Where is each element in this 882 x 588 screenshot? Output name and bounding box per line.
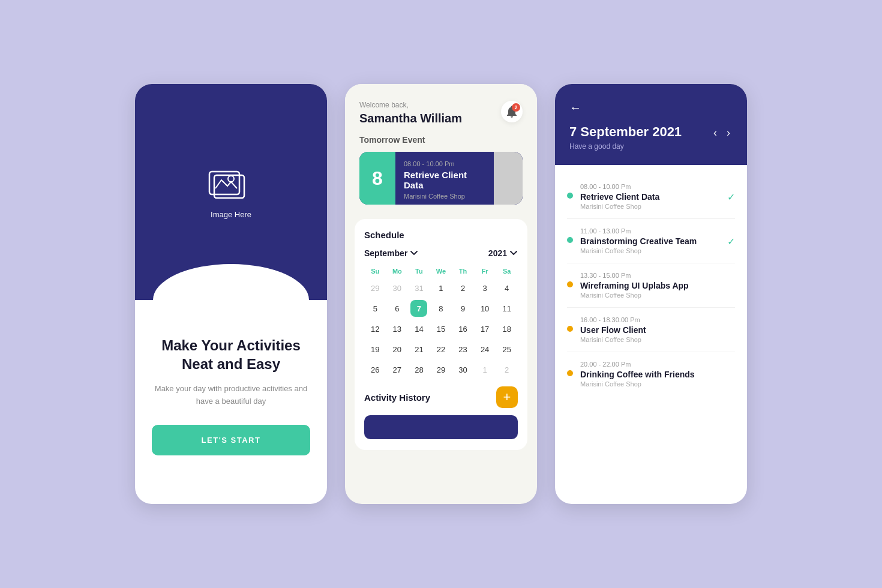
event-item-1[interactable]: 08.00 - 10.00 Pm Retrieve Client Data Ma… [567, 175, 735, 219]
onboarding-screen: Image Here Make Your Activities Neat and… [135, 84, 327, 504]
year-label: 2021 [488, 248, 507, 258]
user-greeting: Welcome back, Samantha William [359, 101, 462, 125]
event-item-3[interactable]: 13.30 - 15.00 Pm Wireframing UI Uplabs A… [567, 263, 735, 308]
year-selector[interactable]: 2021 [488, 248, 518, 258]
ev-time-4: 16.00 - 18.30.00 Pm [580, 316, 735, 323]
cal-day[interactable]: 2 [499, 361, 515, 378]
lets-start-button[interactable]: LET'S START [152, 425, 310, 455]
onboarding-content: Make Your Activities Neat and Easy Make … [135, 300, 327, 477]
back-row: ← [569, 101, 733, 115]
svg-point-2 [228, 176, 234, 182]
prev-date-button[interactable]: ‹ [711, 124, 719, 142]
ev-name-2: Brainstorming Creative Team [580, 236, 727, 246]
ev-time-1: 08.00 - 10.00 Pm [580, 183, 727, 190]
cal-day[interactable]: 4 [499, 280, 515, 296]
ev-check-2: ✓ [727, 236, 735, 247]
cal-day[interactable]: 1 [433, 280, 449, 296]
ev-check-1: ✓ [727, 191, 735, 203]
cal-day[interactable]: 8 [433, 300, 449, 317]
event-details-5: 20.00 - 22.00 Pm Drinking Coffee with Fr… [580, 361, 735, 388]
cal-day[interactable]: 29 [433, 361, 449, 378]
cal-header-su: Su [364, 266, 386, 276]
event-dot-3 [567, 281, 573, 287]
schedule-detail-header: ← 7 September 2021 Have a good day ‹ › [555, 84, 747, 165]
date-navigation: ‹ › [711, 124, 733, 142]
cal-header-tu: Tu [408, 266, 430, 276]
back-button[interactable]: ← [569, 101, 581, 115]
cal-day[interactable]: 18 [499, 320, 515, 337]
cal-day[interactable]: 30 [455, 361, 472, 378]
calendar-week-2: 5 6 7 8 9 10 11 [364, 300, 518, 317]
add-activity-button[interactable]: + [496, 386, 518, 408]
event-details-4: 16.00 - 18.30.00 Pm User Flow Client Mar… [580, 316, 735, 343]
dashboard-screen: Welcome back, Samantha William 2 Tomorro… [345, 84, 537, 504]
cal-day[interactable]: 12 [367, 320, 383, 337]
cal-day[interactable]: 27 [389, 361, 406, 378]
cal-day[interactable]: 23 [455, 341, 472, 358]
ev-time-5: 20.00 - 22.00 Pm [580, 361, 735, 368]
activity-history-title: Activity History [364, 392, 430, 403]
cal-day[interactable]: 2 [455, 280, 472, 296]
event-dot-1 [567, 193, 573, 199]
calendar-grid: Su Mo Tu We Th Fr Sa 29 30 31 1 2 3 4 5 [364, 266, 518, 378]
cal-day[interactable]: 11 [499, 300, 515, 317]
cal-day[interactable]: 1 [476, 361, 493, 378]
cal-header-mo: Mo [386, 266, 409, 276]
cal-day-selected[interactable]: 7 [410, 300, 427, 317]
event-item-4[interactable]: 16.00 - 18.30.00 Pm User Flow Client Mar… [567, 308, 735, 352]
month-label: September [364, 248, 407, 258]
cal-day[interactable]: 15 [433, 320, 449, 337]
cal-day[interactable]: 21 [410, 341, 427, 358]
month-selector[interactable]: September [364, 248, 418, 258]
cal-day[interactable]: 22 [433, 341, 449, 358]
events-list: 08.00 - 10.00 Pm Retrieve Client Data Ma… [555, 165, 747, 406]
next-date-button[interactable]: › [724, 124, 733, 142]
month-chevron-icon [410, 249, 418, 257]
cal-day[interactable]: 30 [389, 280, 406, 296]
welcome-text: Welcome back, [359, 101, 462, 109]
calendar-week-4: 19 20 21 22 23 24 25 [364, 341, 518, 358]
schedule-detail-screen: ← 7 September 2021 Have a good day ‹ › 0… [555, 84, 747, 504]
activity-bar [364, 415, 518, 439]
cal-day[interactable]: 19 [367, 341, 383, 358]
schedule-title: Schedule [364, 230, 518, 240]
ev-time-3: 13.30 - 15.00 Pm [580, 272, 735, 279]
ev-loc-1: Marisini Coffee Shop [580, 203, 727, 210]
ev-name-4: User Flow Client [580, 325, 735, 335]
cal-day[interactable]: 14 [410, 320, 427, 337]
cal-day[interactable]: 6 [389, 300, 406, 317]
event-name: Retrieve Client Data [404, 170, 485, 190]
cal-day[interactable]: 28 [410, 361, 427, 378]
cal-day[interactable]: 5 [367, 300, 383, 317]
cal-day[interactable]: 31 [410, 280, 427, 296]
image-label: Image Here [211, 210, 251, 219]
onboarding-title: Make Your Activities Neat and Easy [152, 336, 310, 373]
cal-day[interactable]: 25 [499, 341, 515, 358]
cal-day[interactable]: 16 [455, 320, 472, 337]
ev-loc-3: Marisini Coffee Shop [580, 292, 735, 299]
event-item-5[interactable]: 20.00 - 22.00 Pm Drinking Coffee with Fr… [567, 352, 735, 396]
user-name: Samantha William [359, 112, 462, 125]
cal-day[interactable]: 10 [476, 300, 493, 317]
dashboard-header: Welcome back, Samantha William 2 [345, 84, 537, 135]
cal-day[interactable]: 26 [367, 361, 383, 378]
event-info: 08.00 - 10.00 Pm Retrieve Client Data Ma… [395, 152, 494, 205]
cal-day[interactable]: 24 [476, 341, 493, 358]
cal-day[interactable]: 3 [476, 280, 493, 296]
event-details-2: 11.00 - 13.00 Pm Brainstorming Creative … [580, 227, 727, 254]
onboarding-subtitle: Make your day with productive activities… [152, 383, 310, 408]
ev-loc-2: Marisini Coffee Shop [580, 247, 727, 254]
tomorrow-event-card[interactable]: 8 08.00 - 10.00 Pm Retrieve Client Data … [359, 152, 523, 205]
event-item-2[interactable]: 11.00 - 13.00 Pm Brainstorming Creative … [567, 219, 735, 263]
cal-day[interactable]: 20 [389, 341, 406, 358]
cal-day[interactable]: 13 [389, 320, 406, 337]
current-date: 7 September 2021 [569, 124, 682, 140]
image-icon [207, 166, 255, 205]
notification-button[interactable]: 2 [501, 101, 523, 122]
cal-day[interactable]: 29 [367, 280, 383, 296]
ev-name-1: Retrieve Client Data [580, 192, 727, 202]
cal-header-th: Th [452, 266, 474, 276]
cal-day[interactable]: 9 [455, 300, 472, 317]
cal-day[interactable]: 17 [476, 320, 493, 337]
date-nav-row: 7 September 2021 Have a good day ‹ › [569, 124, 733, 151]
